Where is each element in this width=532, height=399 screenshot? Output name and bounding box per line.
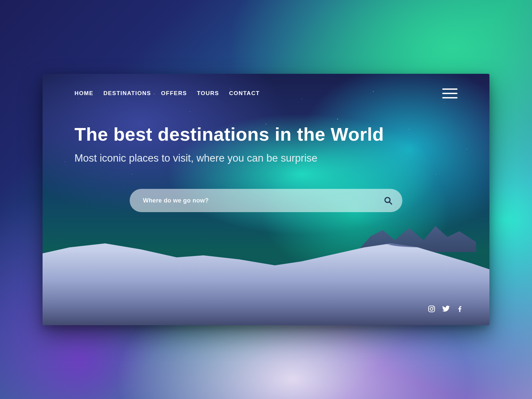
svg-line-1 — [389, 202, 392, 204]
svg-point-3 — [430, 308, 433, 310]
hero-card: HOME DESTINATIONS OFFERS TOURS CONTACT T… — [43, 74, 489, 325]
nav-destinations[interactable]: DESTINATIONS — [103, 90, 151, 97]
hero-title: The best destinations in the World — [74, 124, 458, 145]
search-input[interactable] — [143, 197, 383, 204]
nav-offers[interactable]: OFFERS — [161, 90, 187, 97]
nav-tours[interactable]: TOURS — [197, 90, 219, 97]
top-nav: HOME DESTINATIONS OFFERS TOURS CONTACT — [74, 88, 458, 98]
facebook-icon[interactable] — [456, 305, 464, 313]
hero-text: The best destinations in the World Most … — [74, 124, 458, 164]
hero-subtitle: Most iconic places to visit, where you c… — [74, 152, 458, 164]
search-icon[interactable] — [383, 196, 393, 205]
twitter-icon[interactable] — [442, 305, 450, 313]
search-container — [130, 189, 402, 212]
instagram-icon[interactable] — [428, 305, 436, 313]
social-links — [428, 305, 464, 313]
svg-point-4 — [433, 307, 434, 307]
nav-contact[interactable]: CONTACT — [229, 90, 260, 97]
menu-icon[interactable] — [442, 88, 458, 98]
search-bar — [130, 189, 402, 212]
nav-home[interactable]: HOME — [74, 90, 93, 97]
